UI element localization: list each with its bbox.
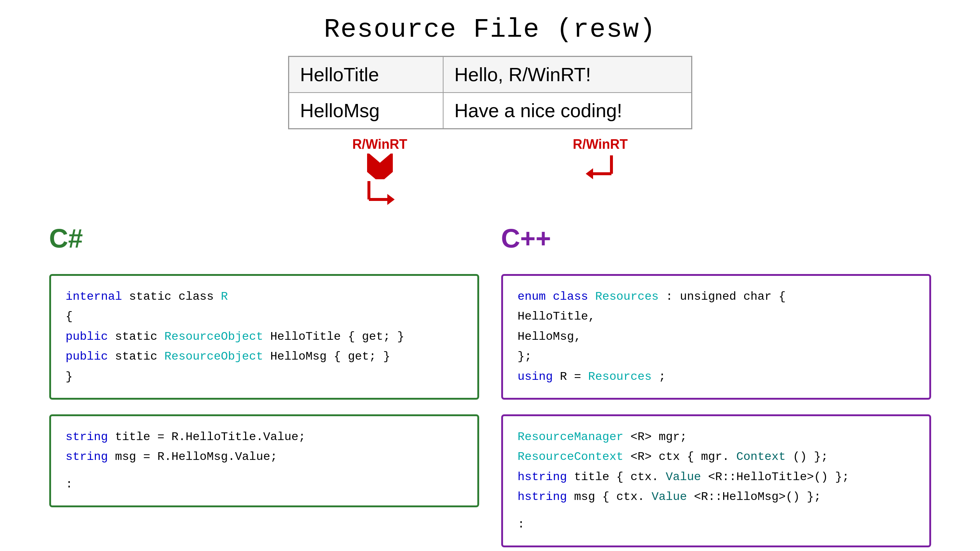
csharp-kw-internal: internal	[66, 290, 123, 303]
arrow-label-left: R/WinRT	[352, 137, 407, 152]
cpp-box1-line4: using R = Resources ;	[518, 367, 915, 387]
csharp-box1-line3: public static ResourceObject HelloMsg { …	[66, 347, 463, 367]
csharp-box1-line4: }	[66, 367, 463, 387]
arrow-left-icon	[363, 154, 396, 179]
csharp-box1: internal static class R { public static …	[49, 274, 479, 400]
cpp-box2: ResourceManager <R> mgr; ResourceContext…	[501, 414, 931, 547]
cpp-box1-line2: HelloMsg,	[518, 327, 915, 347]
cpp-box2-line3: hstring msg { ctx. Value <R::HelloMsg>()…	[518, 487, 915, 507]
cpp-box2-line2: hstring title { ctx. Value <R::HelloTitl…	[518, 467, 915, 487]
page-title: Resource File (resw)	[324, 15, 656, 45]
cpp-box2-line0: ResourceManager <R> mgr;	[518, 427, 915, 447]
csharp-column: C# internal static class R { public stat…	[49, 223, 479, 547]
arrow-group-left: R/WinRT	[352, 137, 407, 209]
csharp-box2-line0: string title = R.HelloTitle.Value;	[66, 427, 463, 447]
arrow-down-right-icon	[586, 154, 615, 183]
arrow-down-left-icon	[365, 179, 395, 209]
arrow-group-right: R/WinRT	[573, 137, 628, 209]
arrow-label-right: R/WinRT	[573, 137, 628, 152]
table-cell-value-0: Hello, R/WinRT!	[444, 57, 691, 92]
cpp-title: C++	[501, 223, 931, 254]
csharp-box2-line1: string msg = R.HelloMsg.Value;	[66, 447, 463, 467]
cpp-box1: enum class Resources : unsigned char { H…	[501, 274, 931, 400]
csharp-box2-line2: :	[66, 475, 463, 494]
svg-marker-3	[387, 194, 395, 205]
cpp-box1-line3: };	[518, 347, 915, 367]
csharp-box1-line2: public static ResourceObject HelloTitle …	[66, 327, 463, 347]
csharp-kw-static-class: static class	[129, 290, 221, 303]
table-cell-key-1: HelloMsg	[289, 93, 444, 128]
resource-table: HelloTitle Hello, R/WinRT! HelloMsg Have…	[288, 56, 692, 129]
csharp-box1-line0: internal static class R	[66, 287, 463, 307]
csharp-box1-line1: {	[66, 307, 463, 327]
cpp-box2-line1: ResourceContext <R> ctx { mgr. Context (…	[518, 447, 915, 467]
table-cell-value-1: Have a nice coding!	[444, 93, 691, 128]
csharp-box2: string title = R.HelloTitle.Value; strin…	[49, 414, 479, 507]
svg-marker-6	[586, 168, 593, 179]
csharp-title: C#	[49, 223, 479, 254]
csharp-class-r: R	[221, 290, 228, 303]
cpp-box1-line1: HelloTitle,	[518, 307, 915, 327]
svg-marker-0	[367, 154, 393, 179]
cpp-column: C++ enum class Resources : unsigned char…	[501, 223, 931, 547]
cpp-box1-line0: enum class Resources : unsigned char {	[518, 287, 915, 307]
cpp-box2-line4: :	[518, 514, 915, 535]
table-cell-key-0: HelloTitle	[289, 57, 444, 92]
